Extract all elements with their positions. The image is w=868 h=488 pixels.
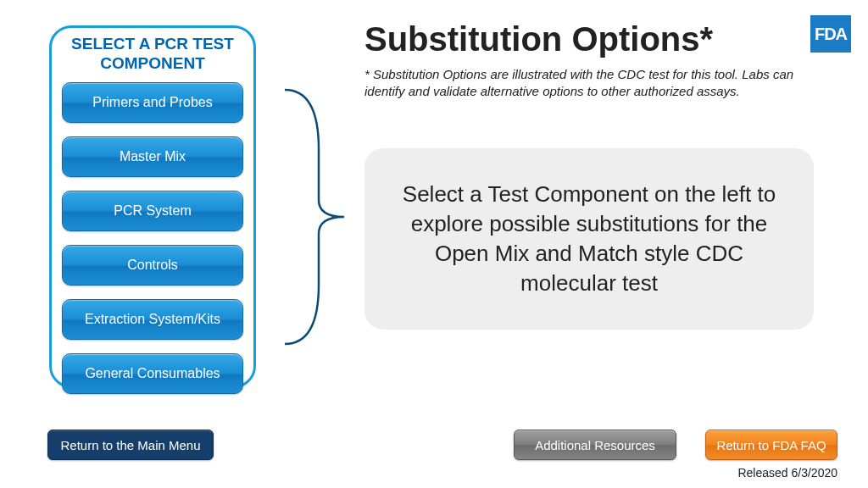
return-main-menu-button[interactable]: Return to the Main Menu	[47, 430, 214, 460]
instruction-box: Select a Test Component on the left to e…	[364, 148, 814, 330]
return-fda-faq-button[interactable]: Return to FDA FAQ	[705, 430, 837, 460]
component-consumables-button[interactable]: General Consumables	[62, 353, 243, 394]
component-extraction-button[interactable]: Extraction System/Kits	[62, 299, 243, 340]
component-pcr-system-button[interactable]: PCR System	[62, 191, 243, 231]
page-title: Substitution Options*	[364, 20, 713, 58]
component-panel: SELECT A PCR TEST COMPONENT Primers and …	[49, 25, 256, 388]
brace-icon	[276, 81, 353, 352]
release-date: Released 6/3/2020	[737, 466, 837, 480]
instruction-text: Select a Test Component on the left to e…	[390, 180, 788, 298]
fda-logo: FDA	[810, 15, 851, 53]
component-controls-button[interactable]: Controls	[62, 245, 243, 286]
additional-resources-button[interactable]: Additional Resources	[514, 430, 676, 460]
component-master-mix-button[interactable]: Master Mix	[62, 136, 243, 177]
panel-heading: SELECT A PCR TEST COMPONENT	[62, 35, 243, 74]
page-subtitle: * Substitution Options are illustrated w…	[364, 66, 814, 99]
component-primers-probes-button[interactable]: Primers and Probes	[62, 82, 243, 123]
